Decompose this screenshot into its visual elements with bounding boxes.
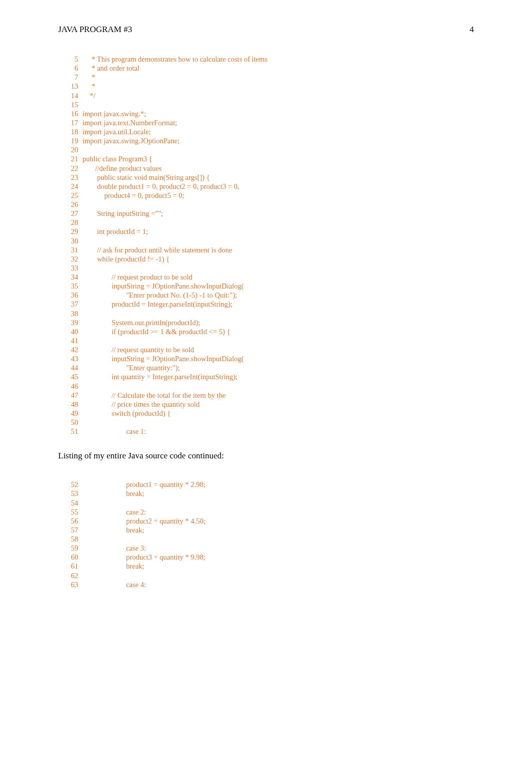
- code-line: 41: [67, 336, 474, 345]
- code-text: import java.text.NumberFormat;: [81, 118, 177, 127]
- code-text: [81, 498, 83, 507]
- code-line: 55 case 2:: [67, 507, 474, 516]
- code-text: case 1:: [81, 427, 146, 436]
- code-text: case 2:: [81, 507, 146, 516]
- code-line: 44 "Enter quantity:");: [67, 363, 474, 372]
- code-line: 14 */: [67, 91, 474, 100]
- line-number: 52: [67, 480, 78, 489]
- line-number: 54: [67, 498, 78, 507]
- code-line: 21 public class Program3 {: [67, 154, 474, 163]
- code-text: break;: [81, 526, 144, 535]
- line-number: 31: [67, 245, 78, 254]
- code-text: public class Program3 {: [81, 154, 152, 163]
- code-text: [81, 218, 83, 227]
- line-number: 63: [67, 580, 78, 589]
- code-line: 38: [67, 309, 474, 318]
- code-text: break;: [81, 489, 144, 498]
- line-number: 51: [67, 427, 78, 436]
- line-number: 7: [67, 73, 78, 82]
- code-text: case 4:: [81, 580, 146, 589]
- code-text: inputString = JOptionPane.showInputDialo…: [81, 282, 244, 291]
- line-number: 50: [67, 418, 78, 427]
- code-line: 26: [67, 200, 474, 209]
- code-text: */: [81, 91, 95, 100]
- code-text: [81, 382, 83, 391]
- code-block-2: 52 product1 = quantity * 2.98;53 break;5…: [67, 480, 474, 589]
- code-line: 25 product4 = 0, product5 = 0;: [67, 191, 474, 200]
- line-number: 58: [67, 535, 78, 544]
- code-line: 37 productId = Integer.parseInt(inputStr…: [67, 300, 474, 309]
- code-text: [81, 145, 83, 154]
- code-text: [81, 535, 83, 544]
- code-line: 27 String inputString ="";: [67, 209, 474, 218]
- line-number: 41: [67, 336, 78, 345]
- code-text: productId = Integer.parseInt(inputString…: [81, 300, 232, 309]
- code-text: product1 = quantity * 2.98;: [81, 480, 205, 489]
- code-line: 6 * and order total: [67, 64, 474, 73]
- line-number: 30: [67, 236, 78, 245]
- line-number: 55: [67, 507, 78, 516]
- code-line: 47 // Calculate the total for the item b…: [67, 391, 474, 400]
- code-text: import javax.swing.JOptionPane;: [81, 136, 179, 145]
- code-line: 40 if (productId >= 1 && productId <= 5)…: [67, 327, 474, 336]
- line-number: 14: [67, 91, 78, 100]
- line-number: 15: [67, 100, 78, 109]
- line-number: 29: [67, 227, 78, 236]
- code-text: [81, 336, 83, 345]
- line-number: 36: [67, 291, 78, 300]
- line-number: 39: [67, 318, 78, 327]
- line-number: 13: [67, 82, 78, 91]
- code-line: 56 product2 = quantity * 4.50;: [67, 516, 474, 526]
- code-line: 58: [67, 535, 474, 544]
- code-line: 43 inputString = JOptionPane.showInputDi…: [67, 354, 474, 363]
- code-line: 57 break;: [67, 526, 474, 535]
- code-line: 46: [67, 382, 474, 391]
- code-text: * This program demonstrates how to calcu…: [81, 55, 268, 64]
- code-text: while (productId != -1) {: [81, 254, 169, 264]
- code-line: 63 case 4:: [67, 580, 474, 589]
- code-text: [81, 100, 83, 109]
- code-text: if (productId >= 1 && productId <= 5) {: [81, 327, 230, 336]
- code-line: 51 case 1:: [67, 427, 474, 436]
- line-number: 26: [67, 200, 78, 209]
- code-text: inputString = JOptionPane.showInputDialo…: [81, 354, 244, 363]
- code-text: [81, 418, 83, 427]
- code-text: product3 = quantity * 9.98;: [81, 553, 205, 562]
- code-line: 24 double product1 = 0, product2 = 0, pr…: [67, 182, 474, 191]
- line-number: 47: [67, 391, 78, 400]
- code-line: 28: [67, 218, 474, 227]
- code-text: [81, 200, 83, 209]
- line-number: 57: [67, 526, 78, 535]
- code-line: 61 break;: [67, 562, 474, 571]
- line-number: 19: [67, 136, 78, 145]
- code-text: switch (productId) {: [81, 409, 171, 418]
- code-text: import java.util.Locale;: [81, 127, 151, 136]
- code-text: double product1 = 0, product2 = 0, produ…: [81, 182, 239, 191]
- header-title: JAVA PROGRAM #3: [58, 25, 132, 35]
- code-line: 48 // price times the quantity sold: [67, 400, 474, 409]
- code-line: 53 break;: [67, 489, 474, 498]
- line-number: 34: [67, 273, 78, 282]
- line-number: 20: [67, 145, 78, 154]
- code-line: 52 product1 = quantity * 2.98;: [67, 480, 474, 489]
- code-text: int quantity = Integer.parseInt(inputStr…: [81, 372, 237, 381]
- code-line: 60 product3 = quantity * 9.98;: [67, 553, 474, 562]
- line-number: 46: [67, 382, 78, 391]
- line-number: 16: [67, 109, 78, 118]
- code-text: product2 = quantity * 4.50;: [81, 516, 205, 526]
- code-line: 5 * This program demonstrates how to cal…: [67, 55, 474, 64]
- code-text: public static void main(String args[]) {: [81, 173, 210, 182]
- code-text: [81, 571, 83, 580]
- code-line: 17 import java.text.NumberFormat;: [67, 118, 474, 127]
- line-number: 48: [67, 400, 78, 409]
- code-text: *: [81, 73, 95, 82]
- line-number: 42: [67, 345, 78, 354]
- code-text: // ask for product until while statement…: [81, 245, 232, 254]
- line-number: 28: [67, 218, 78, 227]
- code-line: 39 System.out.println(productId);: [67, 318, 474, 327]
- code-line: 7 *: [67, 73, 474, 82]
- code-line: 18 import java.util.Locale;: [67, 127, 474, 136]
- line-number: 35: [67, 282, 78, 291]
- code-line: 50: [67, 418, 474, 427]
- code-text: break;: [81, 562, 144, 571]
